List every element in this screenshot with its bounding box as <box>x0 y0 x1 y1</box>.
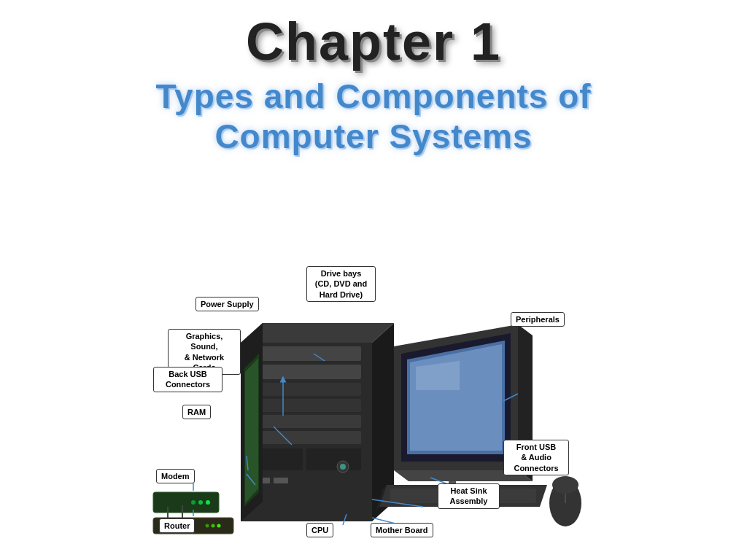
subtitle: Types and Components of Computer Systems <box>0 71 747 157</box>
label-cpu: CPU <box>306 523 333 537</box>
svg-marker-27 <box>245 358 258 503</box>
svg-point-37 <box>198 500 203 505</box>
svg-point-43 <box>206 524 209 528</box>
label-front-usb: Front USB& AudioConnectors <box>503 440 569 475</box>
svg-rect-15 <box>252 383 361 396</box>
svg-point-41 <box>217 524 221 528</box>
label-peripherals: Peripherals <box>511 312 565 327</box>
svg-rect-14 <box>252 365 361 379</box>
svg-rect-17 <box>252 415 361 428</box>
page-container: Chapter 1 Types and Components of Comput… <box>0 0 747 560</box>
svg-rect-20 <box>306 448 361 470</box>
chapter-title: Chapter 1 <box>0 0 747 71</box>
svg-marker-11 <box>241 323 394 343</box>
label-back-usb: Back USBConnectors <box>153 367 222 392</box>
label-router: Router <box>159 518 195 533</box>
svg-point-36 <box>206 500 210 505</box>
subtitle-line2: Computer Systems <box>15 117 732 157</box>
svg-rect-16 <box>252 399 361 412</box>
svg-rect-18 <box>252 431 361 444</box>
label-heat-sink: Heat SinkAssembly <box>438 483 500 509</box>
label-power-supply: Power Supply <box>196 297 259 311</box>
label-ram: RAM <box>182 405 211 419</box>
svg-point-22 <box>340 464 346 470</box>
label-drive-bays: Drive bays(CD, DVD andHard Drive) <box>306 266 376 302</box>
svg-point-42 <box>212 524 215 528</box>
label-modem: Modem <box>156 469 195 483</box>
diagram-area: Drive bays(CD, DVD andHard Drive) Periph… <box>146 259 613 551</box>
subtitle-line1: Types and Components of <box>15 77 732 117</box>
svg-rect-13 <box>252 346 361 361</box>
svg-point-38 <box>191 500 196 505</box>
svg-marker-6 <box>410 344 502 451</box>
svg-point-33 <box>552 476 578 494</box>
label-mother-board: Mother Board <box>371 523 433 537</box>
svg-rect-24 <box>274 478 288 483</box>
